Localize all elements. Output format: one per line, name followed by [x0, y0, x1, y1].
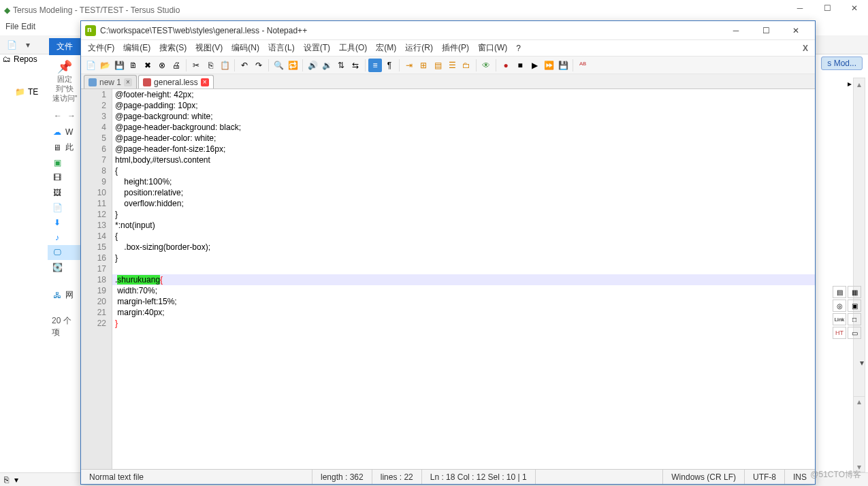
- menu-close-x[interactable]: X: [799, 44, 812, 53]
- find-icon[interactable]: 🔍: [272, 59, 285, 72]
- dropdown-small-icon[interactable]: ▾: [860, 358, 864, 368]
- menu-help[interactable]: ?: [512, 44, 525, 53]
- open-icon[interactable]: 📂: [98, 59, 112, 72]
- video-icon: 🎞: [52, 172, 63, 183]
- indent-guide-icon[interactable]: ⇥: [402, 59, 416, 72]
- nav-back-icon[interactable]: ←: [54, 111, 62, 120]
- close-file-icon[interactable]: ✖: [141, 59, 155, 72]
- monitor-icon[interactable]: 👁: [479, 59, 493, 72]
- npp-maximize-button[interactable]: ☐: [751, 21, 781, 40]
- spellcheck-icon[interactable]: ᴬᴮ: [576, 59, 590, 72]
- exp-item-pictures[interactable]: 🖼: [48, 185, 82, 200]
- zoom-in-icon[interactable]: 🔊: [306, 59, 319, 72]
- save-icon[interactable]: 💾: [112, 59, 126, 72]
- exp-item-music[interactable]: ♪: [48, 230, 82, 245]
- wordwrap-icon[interactable]: ≡: [368, 59, 382, 72]
- code-content[interactable]: @footer-height: 42px;@page-padding: 10px…: [112, 89, 815, 469]
- separator: [365, 59, 366, 71]
- tab-close-icon[interactable]: ×: [201, 78, 209, 86]
- overflow-chevron[interactable]: ▸: [848, 79, 852, 88]
- cut-icon[interactable]: ✂: [189, 59, 203, 72]
- copy-icon[interactable]: ⎘: [204, 59, 217, 72]
- undo-icon[interactable]: ↶: [238, 59, 251, 72]
- right-tab-mod[interactable]: s Mod...: [821, 56, 863, 70]
- sync-v-icon[interactable]: ⇅: [334, 59, 348, 72]
- close-all-icon[interactable]: ⊗: [155, 59, 169, 72]
- menu-run[interactable]: 运行(R): [401, 42, 437, 54]
- menu-encoding[interactable]: 编码(N): [227, 42, 263, 54]
- exp-item-network[interactable]: 🖧网: [48, 287, 82, 303]
- ri-6[interactable]: □: [848, 313, 861, 325]
- ri-link-icon[interactable]: Link: [833, 313, 846, 325]
- menu-view[interactable]: 视图(V): [191, 42, 227, 54]
- sb-position: Ln : 18 Col : 12 Sel : 10 | 1: [422, 470, 536, 484]
- music-icon: ♪: [52, 232, 63, 243]
- tab-close-icon[interactable]: ×: [124, 78, 132, 86]
- menu-file[interactable]: 文件(F): [84, 42, 118, 54]
- record-icon[interactable]: ●: [499, 59, 513, 72]
- ri-4[interactable]: ▣: [848, 299, 861, 312]
- redo-icon[interactable]: ↷: [252, 59, 266, 72]
- scroll-up-icon[interactable]: ▴: [854, 78, 865, 91]
- menu-settings[interactable]: 设置(T): [300, 42, 334, 54]
- ri-ht-icon[interactable]: HT: [833, 327, 846, 339]
- nav-fwd-icon[interactable]: →: [67, 111, 76, 120]
- ri-8[interactable]: ▭: [848, 327, 861, 339]
- replace-icon[interactable]: 🔁: [286, 59, 300, 72]
- exp-item-downloads[interactable]: ⬇: [48, 215, 82, 230]
- tree-item[interactable]: 📁 TE: [15, 87, 38, 97]
- zoom-out-icon[interactable]: 🔉: [320, 59, 334, 72]
- repository-tab[interactable]: 🗂 Repos: [3, 54, 37, 64]
- menu-macro[interactable]: 宏(M): [372, 42, 400, 54]
- menu-search[interactable]: 搜索(S): [155, 42, 191, 54]
- exp-item-3d[interactable]: ▣: [48, 155, 82, 170]
- editor-area[interactable]: 12345678910111213141516171819202122 @foo…: [81, 89, 815, 469]
- files-button[interactable]: 文件: [49, 38, 80, 55]
- doc-map-icon[interactable]: ▤: [431, 59, 445, 72]
- menu-tools[interactable]: 工具(O): [335, 42, 371, 54]
- menu-window[interactable]: 窗口(W): [474, 42, 511, 54]
- npp-close-button[interactable]: ✕: [781, 21, 811, 40]
- folder-margin-icon[interactable]: ⊞: [417, 59, 430, 72]
- maximize-button[interactable]: ☐: [814, 0, 841, 16]
- save-macro-icon[interactable]: 💾: [556, 59, 570, 72]
- sync-h-icon[interactable]: ⇆: [349, 59, 362, 72]
- exp-item-docs[interactable]: 📄: [48, 200, 82, 215]
- func-list-icon[interactable]: ☰: [445, 59, 459, 72]
- tab-general-less[interactable]: general.less ×: [138, 75, 214, 88]
- exp-item-thispc[interactable]: 🖥此: [48, 140, 82, 155]
- exp-item-desktop[interactable]: 🖵: [48, 245, 82, 260]
- minimize-button[interactable]: ─: [786, 0, 814, 16]
- menu-edit[interactable]: 编辑(E): [119, 42, 155, 54]
- play-icon[interactable]: ▶: [528, 59, 541, 72]
- separator: [399, 59, 400, 71]
- new-file-icon[interactable]: 📄: [4, 37, 19, 52]
- menu-plugins[interactable]: 插件(P): [438, 42, 473, 54]
- exp-item-videos[interactable]: 🎞: [48, 170, 82, 185]
- tab-new1[interactable]: new 1 ×: [84, 75, 137, 88]
- close-button[interactable]: ✕: [841, 0, 868, 16]
- npp-minimize-button[interactable]: ─: [721, 21, 751, 40]
- save-all-icon[interactable]: 🗎: [127, 59, 140, 72]
- bt-icon-1[interactable]: ⎘: [4, 475, 9, 485]
- paste-icon[interactable]: 📋: [218, 59, 231, 72]
- play-multi-icon[interactable]: ⏩: [542, 59, 556, 72]
- right-scroll-2[interactable]: ▴ ▾: [853, 396, 865, 472]
- dropdown-icon[interactable]: ▾: [20, 37, 35, 52]
- print-icon[interactable]: 🖨: [170, 59, 183, 72]
- exp-item-drive[interactable]: 💽: [48, 260, 82, 275]
- ri-target-icon[interactable]: ◎: [833, 299, 846, 312]
- ri-1[interactable]: ▤: [833, 286, 846, 298]
- watermark: @51CTO博客: [810, 469, 861, 481]
- menu-lang[interactable]: 语言(L): [264, 42, 299, 54]
- menu-edit[interactable]: Edit: [21, 22, 35, 34]
- exp-item-wps[interactable]: ☁W: [48, 125, 82, 140]
- new-icon[interactable]: 📄: [84, 59, 97, 72]
- folder-tree-icon[interactable]: 🗀: [460, 59, 473, 72]
- bt-dropdown-icon[interactable]: ▾: [14, 475, 18, 485]
- hidden-chars-icon[interactable]: ¶: [383, 59, 396, 72]
- stop-icon[interactable]: ■: [513, 59, 527, 72]
- right-scrollbar[interactable]: ▴ ▾: [853, 78, 865, 404]
- menu-file[interactable]: File: [5, 22, 18, 34]
- ri-2[interactable]: ▦: [848, 286, 861, 298]
